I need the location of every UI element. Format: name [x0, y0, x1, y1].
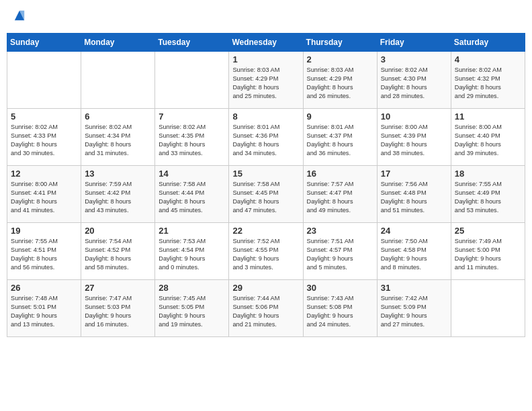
day-number: 28 — [159, 283, 225, 293]
day-info: Sunrise: 7:57 AM Sunset: 4:47 PM Dayligh… — [307, 180, 373, 215]
weekday-header: Tuesday — [155, 34, 229, 52]
day-number: 31 — [381, 283, 447, 293]
calendar-cell: 19Sunrise: 7:55 AM Sunset: 4:51 PM Dayli… — [7, 223, 81, 280]
day-info: Sunrise: 8:01 AM Sunset: 4:36 PM Dayligh… — [232, 123, 299, 158]
day-number: 15 — [232, 169, 299, 179]
day-info: Sunrise: 7:59 AM Sunset: 4:42 PM Dayligh… — [85, 180, 151, 215]
calendar-cell: 20Sunrise: 7:54 AM Sunset: 4:52 PM Dayli… — [81, 223, 155, 280]
day-number: 16 — [307, 169, 373, 179]
day-info: Sunrise: 8:02 AM Sunset: 4:30 PM Dayligh… — [381, 66, 447, 101]
day-info: Sunrise: 7:51 AM Sunset: 4:57 PM Dayligh… — [307, 237, 373, 272]
day-number: 27 — [85, 283, 151, 293]
calendar-week-row: 19Sunrise: 7:55 AM Sunset: 4:51 PM Dayli… — [7, 223, 525, 280]
day-number: 21 — [159, 226, 225, 236]
day-info: Sunrise: 8:02 AM Sunset: 4:33 PM Dayligh… — [11, 123, 77, 158]
day-number: 6 — [85, 111, 151, 122]
day-info: Sunrise: 8:01 AM Sunset: 4:37 PM Dayligh… — [307, 123, 373, 158]
day-number: 12 — [11, 169, 77, 179]
calendar-cell — [7, 52, 81, 109]
day-number: 22 — [232, 226, 299, 236]
calendar-cell: 9Sunrise: 8:01 AM Sunset: 4:37 PM Daylig… — [303, 109, 377, 166]
calendar-cell: 30Sunrise: 7:43 AM Sunset: 5:08 PM Dayli… — [303, 280, 377, 337]
day-info: Sunrise: 7:45 AM Sunset: 5:05 PM Dayligh… — [159, 294, 225, 329]
weekday-header: Friday — [377, 34, 451, 52]
weekday-header: Monday — [81, 34, 155, 52]
day-number: 10 — [381, 111, 447, 122]
day-number: 30 — [307, 283, 373, 293]
day-info: Sunrise: 7:55 AM Sunset: 4:51 PM Dayligh… — [11, 237, 77, 272]
day-number: 23 — [307, 226, 373, 236]
day-number: 20 — [85, 226, 151, 236]
day-info: Sunrise: 7:52 AM Sunset: 4:55 PM Dayligh… — [232, 237, 299, 272]
weekday-header-row: SundayMondayTuesdayWednesdayThursdayFrid… — [7, 34, 525, 52]
calendar-cell: 26Sunrise: 7:48 AM Sunset: 5:01 PM Dayli… — [7, 280, 81, 337]
day-info: Sunrise: 7:58 AM Sunset: 4:44 PM Dayligh… — [159, 180, 225, 215]
day-info: Sunrise: 7:50 AM Sunset: 4:58 PM Dayligh… — [381, 237, 447, 272]
weekday-header: Wednesday — [229, 34, 303, 52]
calendar-cell: 29Sunrise: 7:44 AM Sunset: 5:06 PM Dayli… — [229, 280, 303, 337]
day-info: Sunrise: 7:43 AM Sunset: 5:08 PM Dayligh… — [307, 294, 373, 329]
day-number: 17 — [381, 169, 447, 179]
calendar-week-row: 26Sunrise: 7:48 AM Sunset: 5:01 PM Dayli… — [7, 280, 525, 337]
day-number: 2 — [307, 54, 373, 64]
calendar-week-row: 1Sunrise: 8:03 AM Sunset: 4:29 PM Daylig… — [7, 52, 525, 109]
day-info: Sunrise: 8:00 AM Sunset: 4:41 PM Dayligh… — [11, 180, 77, 215]
calendar-cell: 23Sunrise: 7:51 AM Sunset: 4:57 PM Dayli… — [303, 223, 377, 280]
calendar-cell — [155, 52, 229, 109]
weekday-header: Saturday — [451, 34, 525, 52]
day-info: Sunrise: 8:00 AM Sunset: 4:39 PM Dayligh… — [381, 123, 447, 158]
calendar-cell: 7Sunrise: 8:02 AM Sunset: 4:35 PM Daylig… — [155, 109, 229, 166]
calendar-cell — [451, 280, 525, 337]
day-number: 29 — [232, 283, 299, 293]
calendar-week-row: 5Sunrise: 8:02 AM Sunset: 4:33 PM Daylig… — [7, 109, 525, 166]
day-info: Sunrise: 7:42 AM Sunset: 5:09 PM Dayligh… — [381, 294, 447, 329]
logo — [12, 9, 26, 25]
day-number: 19 — [11, 226, 77, 236]
day-info: Sunrise: 8:03 AM Sunset: 4:29 PM Dayligh… — [232, 66, 299, 101]
day-info: Sunrise: 7:55 AM Sunset: 4:49 PM Dayligh… — [455, 180, 521, 215]
calendar-cell: 31Sunrise: 7:42 AM Sunset: 5:09 PM Dayli… — [377, 280, 451, 337]
day-info: Sunrise: 8:03 AM Sunset: 4:29 PM Dayligh… — [307, 66, 373, 101]
day-info: Sunrise: 7:48 AM Sunset: 5:01 PM Dayligh… — [11, 294, 77, 329]
calendar-cell: 1Sunrise: 8:03 AM Sunset: 4:29 PM Daylig… — [229, 52, 303, 109]
weekday-header: Thursday — [303, 34, 377, 52]
day-number: 4 — [455, 54, 521, 64]
calendar-cell: 11Sunrise: 8:00 AM Sunset: 4:40 PM Dayli… — [451, 109, 525, 166]
day-info: Sunrise: 7:49 AM Sunset: 5:00 PM Dayligh… — [455, 237, 521, 272]
day-info: Sunrise: 8:02 AM Sunset: 4:32 PM Dayligh… — [455, 66, 521, 101]
day-number: 11 — [455, 111, 521, 122]
calendar-cell — [81, 52, 155, 109]
day-info: Sunrise: 7:44 AM Sunset: 5:06 PM Dayligh… — [232, 294, 299, 329]
calendar-cell: 8Sunrise: 8:01 AM Sunset: 4:36 PM Daylig… — [229, 109, 303, 166]
calendar-cell: 15Sunrise: 7:58 AM Sunset: 4:45 PM Dayli… — [229, 166, 303, 223]
day-number: 14 — [159, 169, 225, 179]
calendar-cell: 12Sunrise: 8:00 AM Sunset: 4:41 PM Dayli… — [7, 166, 81, 223]
calendar-cell: 25Sunrise: 7:49 AM Sunset: 5:00 PM Dayli… — [451, 223, 525, 280]
page-header — [7, 7, 525, 28]
day-info: Sunrise: 8:02 AM Sunset: 4:34 PM Dayligh… — [85, 123, 151, 158]
day-number: 9 — [307, 111, 373, 122]
calendar-cell: 5Sunrise: 8:02 AM Sunset: 4:33 PM Daylig… — [7, 109, 81, 166]
day-number: 1 — [232, 54, 299, 64]
calendar-cell: 18Sunrise: 7:55 AM Sunset: 4:49 PM Dayli… — [451, 166, 525, 223]
day-info: Sunrise: 7:56 AM Sunset: 4:48 PM Dayligh… — [381, 180, 447, 215]
calendar-cell: 13Sunrise: 7:59 AM Sunset: 4:42 PM Dayli… — [81, 166, 155, 223]
calendar-cell: 27Sunrise: 7:47 AM Sunset: 5:03 PM Dayli… — [81, 280, 155, 337]
calendar-cell: 3Sunrise: 8:02 AM Sunset: 4:30 PM Daylig… — [377, 52, 451, 109]
calendar-cell: 28Sunrise: 7:45 AM Sunset: 5:05 PM Dayli… — [155, 280, 229, 337]
day-number: 13 — [85, 169, 151, 179]
calendar-cell: 10Sunrise: 8:00 AM Sunset: 4:39 PM Dayli… — [377, 109, 451, 166]
calendar-cell: 14Sunrise: 7:58 AM Sunset: 4:44 PM Dayli… — [155, 166, 229, 223]
calendar-cell: 21Sunrise: 7:53 AM Sunset: 4:54 PM Dayli… — [155, 223, 229, 280]
day-number: 18 — [455, 169, 521, 179]
day-info: Sunrise: 7:47 AM Sunset: 5:03 PM Dayligh… — [85, 294, 151, 329]
day-number: 24 — [381, 226, 447, 236]
day-info: Sunrise: 8:00 AM Sunset: 4:40 PM Dayligh… — [455, 123, 521, 158]
day-number: 7 — [159, 111, 225, 122]
weekday-header: Sunday — [7, 34, 81, 52]
calendar-table: SundayMondayTuesdayWednesdayThursdayFrid… — [7, 33, 525, 337]
day-info: Sunrise: 7:53 AM Sunset: 4:54 PM Dayligh… — [159, 237, 225, 272]
calendar-cell: 16Sunrise: 7:57 AM Sunset: 4:47 PM Dayli… — [303, 166, 377, 223]
calendar-cell: 4Sunrise: 8:02 AM Sunset: 4:32 PM Daylig… — [451, 52, 525, 109]
calendar-cell: 17Sunrise: 7:56 AM Sunset: 4:48 PM Dayli… — [377, 166, 451, 223]
